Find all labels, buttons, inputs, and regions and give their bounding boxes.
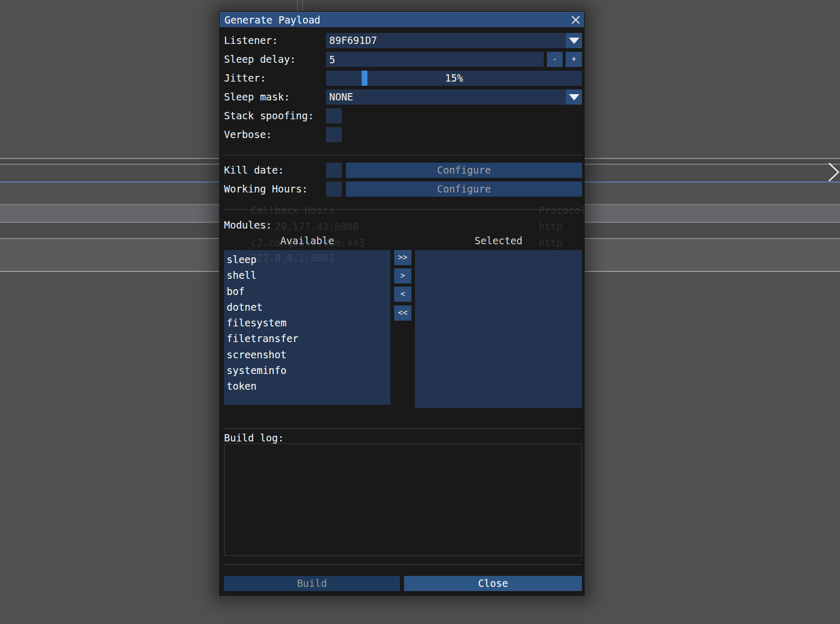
available-modules-list[interactable]: sleepshellbofdotnetfilesystemfiletransfe… xyxy=(224,250,390,405)
sleep-delay-increment-button[interactable]: + xyxy=(566,52,582,67)
separator xyxy=(224,564,582,565)
selected-modules-list[interactable] xyxy=(415,250,582,408)
ghost-callback-hosts-header: Callback Hosts xyxy=(251,205,334,216)
close-button[interactable]: Close xyxy=(404,576,582,591)
module-item[interactable]: systeminfo xyxy=(224,362,390,378)
sleep-mask-label: Sleep mask: xyxy=(224,89,290,105)
listener-label: Listener: xyxy=(224,33,278,48)
jitter-value: 15% xyxy=(326,71,582,86)
listener-value: 89F691D7 xyxy=(329,35,377,46)
module-item[interactable]: token xyxy=(224,378,390,394)
stack-spoofing-checkbox[interactable] xyxy=(326,108,342,123)
chevron-right-icon xyxy=(828,162,840,184)
module-item[interactable]: dotnet xyxy=(224,299,390,315)
verbose-label: Verbose: xyxy=(224,127,272,142)
dialog-titlebar[interactable]: Generate Payload xyxy=(220,12,585,27)
kill-date-label: Kill date: xyxy=(224,163,284,178)
separator xyxy=(224,428,582,429)
move-right-button[interactable]: > xyxy=(394,268,411,283)
jitter-label: Jitter: xyxy=(224,71,266,86)
dropdown-arrow-icon[interactable] xyxy=(566,89,582,105)
jitter-slider[interactable]: 15% xyxy=(326,71,582,86)
working-hours-configure-button[interactable]: Configure xyxy=(346,181,582,197)
separator xyxy=(224,155,582,155)
build-log-output xyxy=(224,444,582,556)
separator xyxy=(224,209,582,210)
listener-dropdown[interactable]: 89F691D7 xyxy=(326,33,582,48)
splitter-handle-line xyxy=(297,0,298,11)
stack-spoofing-label: Stack spoofing: xyxy=(224,108,314,123)
module-item[interactable]: bof xyxy=(224,283,390,299)
module-item[interactable]: shell xyxy=(224,267,390,283)
selected-header: Selected xyxy=(415,235,582,246)
module-item[interactable]: sleep xyxy=(224,252,390,267)
kill-date-checkbox[interactable] xyxy=(326,163,342,178)
module-item[interactable]: filesystem xyxy=(224,315,390,331)
move-left-button[interactable]: < xyxy=(394,287,411,302)
kill-date-configure-button[interactable]: Configure xyxy=(346,163,582,178)
module-item[interactable]: filetransfer xyxy=(224,331,390,346)
move-all-left-button[interactable]: << xyxy=(394,305,411,321)
build-button[interactable]: Build xyxy=(224,576,400,591)
modules-label: Modules: xyxy=(224,218,272,233)
sleep-delay-input[interactable] xyxy=(326,52,544,67)
splitter-handle-line xyxy=(302,0,303,11)
working-hours-label: Working Hours: xyxy=(224,181,308,197)
dialog-title: Generate Payload xyxy=(225,14,320,26)
sleep-delay-decrement-button[interactable]: - xyxy=(547,52,563,67)
module-item[interactable]: screenshot xyxy=(224,347,390,362)
verbose-checkbox[interactable] xyxy=(326,127,342,142)
move-all-right-button[interactable]: >> xyxy=(394,250,411,265)
close-icon[interactable] xyxy=(570,15,581,25)
dropdown-arrow-icon[interactable] xyxy=(566,33,582,48)
sleep-delay-label: Sleep delay: xyxy=(224,52,296,67)
available-header: Available xyxy=(224,235,390,246)
ghost-protocol-header: Protocol xyxy=(539,205,585,216)
generate-payload-dialog: Generate Payload Listener: 89F691D7 Slee… xyxy=(219,12,585,596)
working-hours-checkbox[interactable] xyxy=(326,181,342,197)
ghost-protocol-cell: http xyxy=(539,221,563,232)
sleep-mask-value: NONE xyxy=(329,91,353,103)
sleep-mask-dropdown[interactable]: NONE xyxy=(326,89,582,105)
